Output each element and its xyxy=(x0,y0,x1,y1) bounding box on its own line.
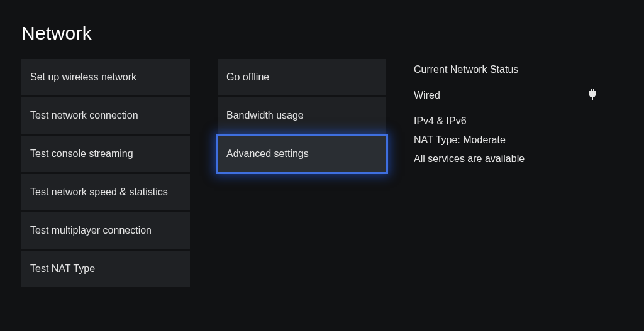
test-console-streaming-button[interactable]: Test console streaming xyxy=(21,136,190,172)
ip-version: IPv4 & IPv6 xyxy=(414,116,597,127)
go-offline-button[interactable]: Go offline xyxy=(218,59,386,95)
connection-type: Wired xyxy=(414,90,440,101)
test-nat-type-button[interactable]: Test NAT Type xyxy=(21,251,190,287)
test-network-speed-button[interactable]: Test network speed & statistics xyxy=(21,174,190,210)
page-title: Network xyxy=(21,23,623,44)
services-status: All services are available xyxy=(414,153,597,165)
status-panel: Current Network Status Wired IPv4 & IPv6… xyxy=(414,59,623,172)
nat-type: NAT Type: Moderate xyxy=(414,134,597,146)
wired-plug-icon xyxy=(587,89,597,102)
test-multiplayer-connection-button[interactable]: Test multiplayer connection xyxy=(21,212,190,249)
advanced-settings-button[interactable]: Advanced settings xyxy=(218,136,386,172)
left-menu: Set up wireless network Test network con… xyxy=(21,59,190,287)
setup-wireless-button[interactable]: Set up wireless network xyxy=(21,59,190,95)
bandwidth-usage-button[interactable]: Bandwidth usage xyxy=(218,97,386,134)
mid-menu: Go offline Bandwidth usage Advanced sett… xyxy=(218,59,386,172)
test-network-connection-button[interactable]: Test network connection xyxy=(21,97,190,134)
status-title: Current Network Status xyxy=(414,64,597,75)
